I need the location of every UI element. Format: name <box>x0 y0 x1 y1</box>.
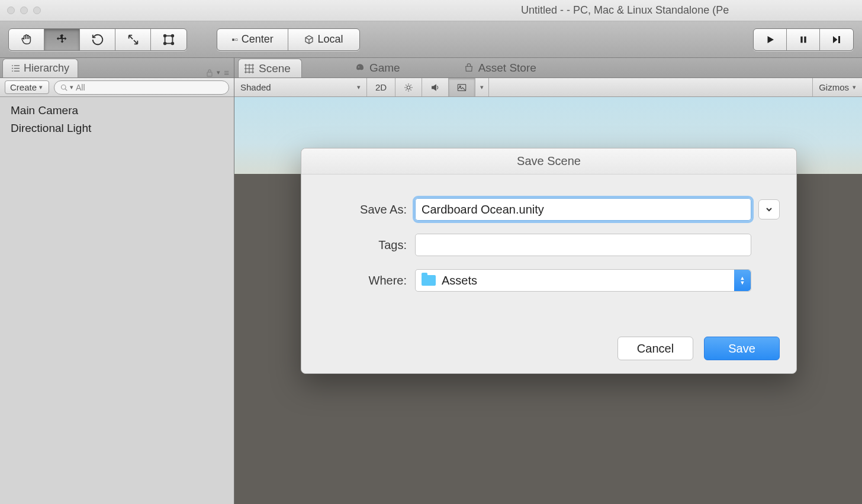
list-icon <box>11 64 20 72</box>
svg-point-1 <box>164 34 166 37</box>
create-button[interactable]: Create ▾ <box>5 80 49 94</box>
effects-dropdown[interactable]: ▾ <box>475 78 489 96</box>
svg-point-2 <box>172 34 174 37</box>
search-icon <box>60 84 67 91</box>
hierarchy-search[interactable]: ▾ All <box>54 80 229 95</box>
lock-icon <box>206 69 213 77</box>
window-titlebar: Untitled - - PC, Mac & Linux Standalone … <box>0 0 862 21</box>
tab-asset-store[interactable]: Asset Store <box>458 59 547 77</box>
center-icon: ▪▫ <box>231 34 238 44</box>
save-as-input[interactable] <box>415 198 751 221</box>
svg-line-29 <box>411 89 411 90</box>
svg-line-16 <box>65 89 67 91</box>
hierarchy-tab-label: Hierarchy <box>24 62 69 75</box>
svg-point-3 <box>164 42 166 44</box>
chevron-down-icon: ▾ <box>853 83 856 91</box>
svg-point-23 <box>407 86 410 89</box>
expand-dialog-button[interactable] <box>758 199 780 219</box>
search-placeholder: All <box>76 83 85 92</box>
pivot-label: Center <box>242 33 274 46</box>
svg-line-31 <box>411 85 411 85</box>
hierarchy-item[interactable]: Main Camera <box>0 102 234 119</box>
chevron-down-icon: ▾ <box>39 83 43 91</box>
pause-button[interactable] <box>787 29 820 50</box>
cancel-button[interactable]: Cancel <box>617 337 693 360</box>
hand-tool[interactable] <box>9 29 44 50</box>
lighting-toggle[interactable] <box>395 78 422 96</box>
handle-label: Local <box>317 33 343 46</box>
hierarchy-tab[interactable]: Hierarchy <box>2 59 78 77</box>
cube-icon <box>304 35 314 44</box>
rotate-tool[interactable] <box>80 29 115 50</box>
svg-rect-5 <box>800 36 802 43</box>
close-window-icon[interactable] <box>7 7 15 14</box>
dropdown-icon: ▾ <box>217 69 220 76</box>
svg-point-15 <box>62 85 66 89</box>
window-title: Untitled - - PC, Mac & Linux Standalone … <box>521 4 729 17</box>
svg-point-33 <box>460 86 461 87</box>
effects-toggle[interactable] <box>449 78 475 96</box>
svg-line-28 <box>406 85 407 85</box>
scale-tool[interactable] <box>115 29 151 50</box>
sun-icon <box>404 83 413 92</box>
tab-store-label: Asset Store <box>478 62 536 75</box>
hierarchy-list: Main Camera Directional Light <box>0 97 234 504</box>
dialog-footer: Cancel Save <box>301 337 796 373</box>
svg-line-30 <box>406 89 407 90</box>
render-mode-dropdown[interactable]: Shaded ▾ <box>234 78 367 96</box>
folder-icon <box>422 275 436 286</box>
dialog-body: Save As: Tags: Where: Assets ▲▼ <box>301 175 796 337</box>
transform-tools <box>8 28 187 51</box>
store-icon <box>464 63 474 73</box>
hierarchy-tab-row: Hierarchy ▾ ≡ <box>0 58 234 78</box>
where-label: Where: <box>318 274 407 287</box>
panel-options[interactable]: ▾ ≡ <box>206 67 229 77</box>
gizmos-label: Gizmos <box>819 82 849 92</box>
tab-game-label: Game <box>369 62 400 75</box>
rect-tool[interactable] <box>151 29 186 50</box>
where-select[interactable]: Assets ▲▼ <box>415 269 751 292</box>
dialog-title: Save Scene <box>301 148 796 175</box>
svg-rect-7 <box>838 36 840 43</box>
tags-label: Tags: <box>318 238 407 252</box>
toggle-2d[interactable]: 2D <box>367 78 395 96</box>
hierarchy-panel: Hierarchy ▾ ≡ Create ▾ ▾ All <box>0 58 234 504</box>
play-button[interactable] <box>754 29 787 50</box>
speaker-icon <box>430 83 440 92</box>
save-button[interactable]: Save <box>704 337 780 360</box>
minimize-window-icon[interactable] <box>20 7 28 14</box>
move-tool[interactable] <box>44 29 80 50</box>
where-value: Assets <box>442 274 477 287</box>
audio-toggle[interactable] <box>422 78 449 96</box>
chevron-down-icon: ▾ <box>357 83 361 91</box>
tab-scene[interactable]: Scene <box>238 59 302 77</box>
toggle-2d-label: 2D <box>375 82 387 92</box>
save-scene-dialog: Save Scene Save As: Tags: Where: Assets … <box>301 148 797 374</box>
scene-icon <box>245 64 254 73</box>
tags-input[interactable] <box>415 234 751 256</box>
step-button[interactable] <box>820 29 853 50</box>
tab-scene-label: Scene <box>259 62 291 75</box>
save-as-row: Save As: <box>318 198 780 221</box>
chevron-down-icon: ▾ <box>480 83 484 91</box>
render-mode-label: Shaded <box>240 82 271 92</box>
tab-game[interactable]: Game <box>349 59 411 77</box>
main-toolbar: ▪▫ Center Local <box>0 21 862 58</box>
select-arrows-icon: ▲▼ <box>734 270 751 291</box>
game-icon <box>355 63 365 73</box>
traffic-lights <box>7 7 41 14</box>
hierarchy-toolbar: Create ▾ ▾ All <box>0 78 234 97</box>
svg-rect-14 <box>207 72 212 76</box>
hierarchy-item[interactable]: Directional Light <box>0 119 234 137</box>
scene-tab-row: Scene Game Asset Store <box>234 58 862 78</box>
pivot-handle-group: ▪▫ Center Local <box>217 28 360 51</box>
svg-rect-6 <box>804 36 806 43</box>
gizmos-dropdown[interactable]: Gizmos ▾ <box>812 78 862 96</box>
pivot-button[interactable]: ▪▫ Center <box>217 29 288 50</box>
zoom-window-icon[interactable] <box>33 7 41 14</box>
create-label: Create <box>10 82 37 92</box>
picture-icon <box>457 83 467 92</box>
svg-point-4 <box>172 42 174 44</box>
handle-button[interactable]: Local <box>288 29 359 50</box>
chevron-down-icon: ▾ <box>70 83 73 91</box>
